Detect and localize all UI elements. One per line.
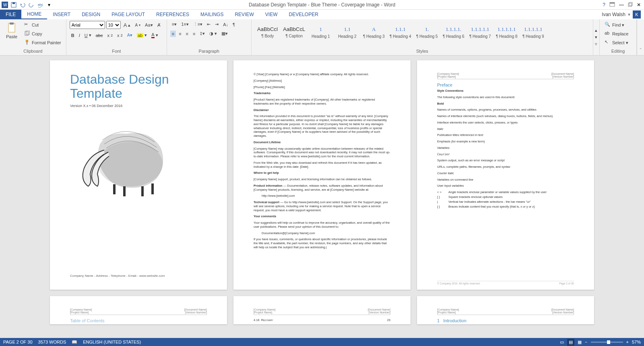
sort-button[interactable]: A↓	[221, 21, 230, 28]
ribbon-tabs: FILE HOME INSERT DESIGN PAGE LAYOUT REFE…	[0, 10, 644, 19]
font-color-button[interactable]: A▾	[150, 31, 159, 39]
maximize-icon[interactable]	[628, 2, 633, 8]
grow-font-button[interactable]: A▴	[122, 21, 132, 29]
cut-button[interactable]: ✂Cut	[23, 21, 63, 29]
group-styles: AaBbCcI¶ BodyAaBbCcL¶ Caption1Heading 11…	[252, 19, 593, 55]
user-avatar[interactable]: K	[633, 10, 641, 19]
multilevel-button[interactable]: ⋮≡▾	[192, 21, 204, 28]
style-item-5[interactable]: 1.1.1¶ Heading 4	[388, 21, 413, 43]
numbering-button[interactable]: 1≡▾	[180, 21, 190, 28]
line-spacing-button[interactable]: ‡▾	[198, 30, 206, 37]
group-clipboard: Paste ✂Cut Copy Format Painter Clipboard	[0, 19, 66, 55]
format-painter-button[interactable]: Format Painter	[23, 39, 63, 47]
show-marks-button[interactable]: ¶	[231, 21, 237, 28]
svg-rect-8	[629, 2, 632, 6]
tab-view[interactable]: VIEW	[260, 10, 283, 19]
style-item-3[interactable]: 1.1Heading 2	[334, 21, 360, 43]
style-item-0[interactable]: AaBbCcI¶ Body	[255, 21, 281, 43]
styles-expand[interactable]: ▿	[593, 41, 599, 47]
svg-text:W: W	[3, 3, 7, 7]
tab-references[interactable]: REFERENCES	[151, 10, 195, 19]
group-paragraph: ≡▾ 1≡▾ ⋮≡▾ ⇤ ⇥ A↓ ¶ ≡ ≡ ≡ ≡ ‡▾ ◑▾ ▦▾ Par…	[167, 19, 252, 55]
quick-access-customize-icon[interactable]: ▾	[46, 2, 52, 8]
help-icon[interactable]: ?	[603, 2, 605, 8]
align-right-button[interactable]: ≡	[184, 31, 190, 37]
style-item-4[interactable]: A¶ Heading 3	[361, 21, 387, 43]
replace-icon: ab	[605, 31, 611, 37]
paste-label: Paste	[6, 34, 17, 39]
group-label-editing: Editing	[603, 48, 633, 54]
svg-rect-7	[628, 3, 632, 6]
spellcheck-icon[interactable]: abc	[37, 2, 43, 8]
copy-icon	[24, 31, 31, 37]
superscript-button[interactable]: x2	[116, 32, 124, 39]
user-name[interactable]: Ivan Walsh	[602, 12, 625, 17]
select-button[interactable]: ↖Select ▾	[603, 39, 630, 47]
tab-page-layout[interactable]: PAGE LAYOUT	[106, 10, 151, 19]
paste-button[interactable]: Paste	[3, 21, 20, 40]
redo-icon[interactable]	[28, 2, 35, 8]
justify-button[interactable]: ≡	[191, 31, 197, 37]
shading-button[interactable]: ◑▾	[208, 30, 219, 37]
find-icon: 🔍	[605, 22, 611, 28]
decrease-indent-button[interactable]: ⇤	[205, 21, 212, 28]
highlight-button[interactable]: ab▾	[135, 32, 149, 39]
bold-button[interactable]: B	[70, 32, 76, 39]
underline-button[interactable]: U▾	[83, 32, 93, 39]
shrink-font-button[interactable]: A▾	[133, 22, 142, 28]
tab-developer[interactable]: DEVELOPER	[283, 10, 324, 19]
save-icon[interactable]	[10, 2, 17, 8]
align-left-button[interactable]: ≡	[170, 31, 176, 37]
style-item-9[interactable]: 1.1.1.1.1¶ Heading 8	[494, 21, 520, 43]
align-center-button[interactable]: ≡	[177, 31, 183, 37]
group-label-clipboard: Clipboard	[3, 48, 63, 54]
paste-icon	[6, 22, 17, 33]
tab-design[interactable]: DESIGN	[76, 10, 106, 19]
text-effects-button[interactable]: A▾	[126, 32, 134, 39]
strikethrough-button[interactable]: abc	[94, 32, 105, 39]
subscript-button[interactable]: x2	[105, 32, 114, 39]
increase-indent-button[interactable]: ⇥	[213, 21, 220, 28]
window-title: Database Design Template - Blue Theme - …	[0, 2, 644, 8]
eraser-icon: A̸	[157, 23, 161, 28]
style-item-1[interactable]: AaBbCcL¶ Caption	[281, 21, 307, 43]
font-size-select[interactable]: 10	[106, 21, 121, 29]
font-name-select[interactable]: Arial	[70, 21, 105, 29]
paint-bucket-icon: ◑	[209, 31, 213, 36]
styles-scroll-down[interactable]: ▾	[593, 34, 599, 41]
style-item-7[interactable]: 1.1.1.1.¶ Heading 6	[441, 21, 466, 43]
tab-insert[interactable]: INSERT	[47, 10, 76, 19]
change-case-button[interactable]: Aa▾	[143, 22, 154, 29]
bullets-button[interactable]: ≡▾	[170, 21, 178, 28]
style-item-2[interactable]: 1Heading 1	[308, 21, 334, 43]
group-label-styles: Styles	[255, 48, 590, 54]
tab-file[interactable]: FILE	[0, 10, 21, 19]
tab-mailings[interactable]: MAILINGS	[195, 10, 229, 19]
collapse-ribbon-button[interactable]: ˆ	[637, 19, 644, 55]
style-item-6[interactable]: 1.¶ Heading 5	[414, 21, 440, 43]
svg-rect-3	[12, 2, 15, 4]
replace-button[interactable]: abReplace	[603, 30, 630, 38]
clear-formatting-button[interactable]: A̸	[156, 22, 162, 29]
undo-icon[interactable]	[19, 2, 26, 8]
svg-rect-10	[10, 23, 14, 25]
ribbon: Paste ✂Cut Copy Format Painter Clipboard…	[0, 19, 644, 56]
style-item-8[interactable]: 1.1.1.1.1¶ Heading 7	[467, 21, 493, 43]
titlebar: W abc ▾ Database Design Template - Blue …	[0, 0, 644, 10]
group-font: Arial 10 A▴ A▾ Aa▾ A̸ B I U▾ abc x2 x2 A…	[66, 19, 167, 55]
copy-button[interactable]: Copy	[23, 30, 63, 38]
select-icon: ↖	[605, 39, 611, 46]
italic-button[interactable]: I	[77, 32, 82, 39]
tab-home[interactable]: HOME	[21, 10, 47, 19]
svg-rect-9	[8, 23, 15, 32]
style-item-10[interactable]: 1.1.1.1.1¶ Heading 9	[520, 21, 546, 43]
close-icon[interactable]: ✕	[637, 2, 641, 8]
tab-review[interactable]: REVIEW	[229, 10, 259, 19]
find-button[interactable]: 🔍Find ▾	[603, 21, 626, 29]
ribbon-display-icon[interactable]	[609, 2, 615, 8]
borders-button[interactable]: ▦▾	[220, 30, 229, 37]
minimize-icon[interactable]: —	[619, 2, 624, 8]
group-editing: 🔍Find ▾ abReplace ↖Select ▾ Editing	[600, 19, 637, 55]
styles-scroll-up[interactable]: ▴	[593, 27, 599, 34]
group-label-font: Font	[70, 48, 163, 54]
